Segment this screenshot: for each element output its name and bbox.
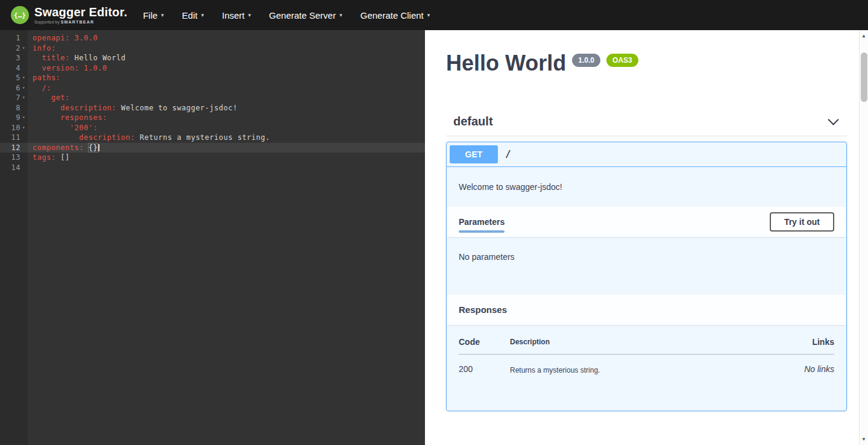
code-line[interactable]: 3▾ title: Hello World (0, 53, 425, 63)
brand[interactable]: {…} Swagger Editor. Supported bySMARTBEA… (11, 6, 127, 24)
line-number: 2▾ (0, 43, 28, 54)
scrollbar-thumb[interactable] (861, 52, 867, 102)
response-row: 200Returns a mysterious string.No links (459, 354, 834, 393)
menu-insert[interactable]: Insert ▾ (222, 10, 251, 21)
opblock-get: GET / Welcome to swagger-jsdoc! Paramete… (446, 142, 847, 411)
code-line[interactable]: 6▾ /: (0, 83, 425, 93)
caret-down-icon: ▾ (248, 12, 251, 18)
menu-generate-client-label: Generate Client (360, 10, 424, 21)
tag-section-default[interactable]: default (446, 106, 847, 136)
fold-toggle-icon[interactable]: ▾ (20, 123, 27, 133)
main-split: 1▾openapi: 3.0.02▾info:3▾ title: Hello W… (0, 30, 868, 445)
line-number: 5▾ (0, 73, 28, 83)
preview-content: Hello World 1.0.0 OAS3 default GET / Wel… (434, 30, 868, 445)
swagger-logo-icon: {…} (11, 6, 29, 24)
tab-parameters[interactable]: Parameters (459, 217, 505, 227)
responses-section-header: Responses (447, 295, 846, 325)
line-number: 3▾ (0, 53, 28, 63)
code-line[interactable]: 13▾tags: [] (0, 153, 425, 163)
menu-insert-label: Insert (222, 10, 245, 21)
parameters-body: No parameters (447, 237, 846, 295)
scrollbar-down-arrow-icon[interactable]: ▼ (861, 434, 866, 445)
code-line[interactable]: 2▾info: (0, 43, 425, 54)
column-header-code: Code (459, 337, 510, 355)
code-line[interactable]: 11▾ description: Returns a mysterious st… (0, 133, 425, 143)
response-code: 200 (459, 354, 510, 393)
scrollbar-up-arrow-icon[interactable]: ▲ (861, 30, 866, 42)
oas3-badge: OAS3 (606, 54, 638, 67)
caret-down-icon: ▾ (427, 12, 430, 18)
fold-toggle-icon[interactable]: ▾ (20, 73, 27, 83)
menu-file-label: File (143, 10, 157, 21)
pane-splitter[interactable] (425, 30, 434, 445)
line-number: 10▾ (0, 123, 28, 133)
brand-text: Swagger Editor. Supported bySMARTBEAR (34, 6, 127, 24)
caret-down-icon: ▾ (339, 12, 342, 18)
code-line[interactable]: 14▾ (0, 163, 425, 173)
code-line[interactable]: 7▾ get: (0, 93, 425, 103)
api-info-header: Hello World 1.0.0 OAS3 (446, 52, 847, 75)
fold-toggle-icon[interactable]: ▾ (20, 43, 27, 54)
brand-tagline: Supported bySMARTBEAR (34, 20, 127, 24)
line-number: 13▾ (0, 153, 28, 163)
brand-title: Swagger Editor. (34, 6, 127, 18)
menu-generate-client[interactable]: Generate Client ▾ (360, 10, 430, 21)
no-parameters-text: No parameters (459, 252, 515, 262)
tab-parameters-label: Parameters (459, 217, 505, 227)
tag-section-title: default (453, 115, 493, 128)
line-number: 6▾ (0, 83, 28, 93)
caret-down-icon: ▾ (201, 12, 204, 18)
operation-path: / (505, 148, 511, 160)
code-line[interactable]: 4▾ version: 1.0.0 (0, 63, 425, 74)
code-line[interactable]: 10▾ '200': (0, 123, 425, 133)
code-line[interactable]: 5▾paths: (0, 73, 425, 83)
response-links: No links (756, 354, 834, 393)
fold-toggle-icon[interactable]: ▾ (20, 93, 27, 103)
column-header-links: Links (756, 337, 834, 355)
opblock-summary[interactable]: GET / (447, 142, 846, 167)
menu-generate-server-label: Generate Server (269, 10, 336, 21)
code-editor[interactable]: 1▾openapi: 3.0.02▾info:3▾ title: Hello W… (0, 30, 425, 445)
responses-table: Code Description Links 200Returns a myst… (459, 337, 834, 393)
preview-scrollbar[interactable]: ▲ ▼ (859, 30, 868, 445)
scrollbar-track[interactable] (860, 42, 868, 434)
menu-edit[interactable]: Edit ▾ (182, 10, 204, 21)
operation-description: Welcome to swagger-jsdoc! (447, 167, 846, 207)
line-number: 1▾ (0, 33, 28, 43)
caret-down-icon: ▾ (161, 12, 164, 18)
code-line[interactable]: 8▾ description: Welcome to swagger-jsdoc… (0, 103, 425, 113)
code-lines: 1▾openapi: 3.0.02▾info:3▾ title: Hello W… (0, 33, 425, 172)
line-number: 4▾ (0, 63, 28, 74)
line-number: 9▾ (0, 113, 28, 123)
api-title: Hello World (446, 52, 566, 75)
tagline-prefix: Supported by (34, 20, 60, 24)
parameters-section-header: Parameters Try it out (447, 207, 846, 237)
line-number: 12▾ (0, 143, 28, 153)
menu-file[interactable]: File ▾ (143, 10, 164, 21)
method-badge: GET (450, 145, 498, 163)
line-number: 7▾ (0, 93, 28, 103)
tagline-brand: SMARTBEAR (61, 20, 95, 24)
try-it-out-button[interactable]: Try it out (770, 212, 834, 232)
chevron-down-icon[interactable] (828, 114, 838, 125)
line-number: 11▾ (0, 133, 28, 143)
code-line[interactable]: 9▾ responses: (0, 113, 425, 123)
fold-toggle-icon[interactable]: ▾ (20, 83, 27, 93)
topbar: {…} Swagger Editor. Supported bySMARTBEA… (0, 0, 868, 30)
version-badge: 1.0.0 (572, 54, 600, 67)
line-number: 14▾ (0, 163, 28, 173)
response-description: Returns a mysterious string. (510, 354, 756, 393)
menu-edit-label: Edit (182, 10, 198, 21)
text-cursor (98, 144, 99, 151)
line-number: 8▾ (0, 103, 28, 113)
code-line[interactable]: 1▾openapi: 3.0.0 (0, 33, 425, 43)
preview-pane: Hello World 1.0.0 OAS3 default GET / Wel… (434, 30, 868, 445)
responses-title: Responses (459, 305, 507, 315)
responses-body: Code Description Links 200Returns a myst… (447, 325, 846, 411)
menu-generate-server[interactable]: Generate Server ▾ (269, 10, 342, 21)
column-header-description: Description (510, 337, 756, 355)
fold-toggle-icon[interactable]: ▾ (20, 113, 27, 123)
responses-table-body: 200Returns a mysterious string.No links (459, 354, 834, 393)
menubar: File ▾ Edit ▾ Insert ▾ Generate Server ▾… (143, 10, 430, 21)
code-line[interactable]: 12▾components: {} (0, 143, 425, 153)
